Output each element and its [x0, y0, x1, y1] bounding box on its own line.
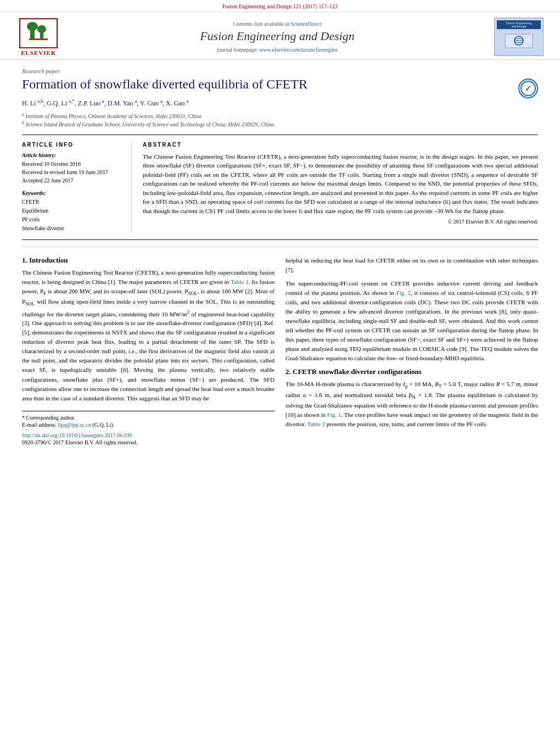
table1-link[interactable]: Table 1: [231, 278, 249, 285]
affiliation-a: a Institute of Plasma Physics, Chinese A…: [22, 112, 538, 119]
section2-heading: 2. CFETR snowflake divertor configuratio…: [285, 367, 538, 376]
sciencedirect-link[interactable]: ScienceDirect: [290, 21, 321, 27]
footnote-issn: 0920-3796/© 2017 Elsevier B.V. All right…: [22, 439, 275, 445]
paper-type-label: Research paper: [22, 68, 538, 74]
header-center: Contents lists available at ScienceDirec…: [60, 21, 494, 53]
svg-point-1: [27, 22, 38, 31]
table2-link[interactable]: Table 2: [307, 421, 326, 427]
svg-point-3: [37, 25, 46, 33]
title-row: Formation of snowflake diverted equilibr…: [22, 76, 538, 98]
divider: [22, 247, 538, 247]
keyword-3: PF coils: [22, 215, 124, 224]
copyright-line: © 2017 Elsevier B.V. All rights reserved…: [143, 219, 538, 225]
footnote-area: * Corresponding author. E-mail address: …: [22, 411, 275, 445]
article-history-label: Article history:: [22, 152, 124, 158]
body-left-col: 1. Introduction The Chinese Fusion Engin…: [22, 256, 275, 447]
journal-header-bar: Fusion Engineering and Design 121 (2017)…: [0, 0, 560, 12]
journal-logo-top: Fusion Engineeringand Design: [497, 20, 541, 29]
abstract-heading: ABSTRACT: [143, 142, 538, 148]
svg-rect-4: [29, 38, 48, 40]
homepage-link[interactable]: www.elsevier.com/locate/fusengdes: [259, 47, 338, 53]
keyword-2: Equilibrium: [22, 207, 124, 215]
intro-para-3: The superconducting-PF-coil system on CF…: [285, 279, 538, 363]
elsevier-text: ELSEVIER: [21, 49, 56, 56]
crossmark-svg: ✓: [520, 81, 536, 96]
elsevier-logo-box: [19, 18, 58, 48]
article-info-abstract: ARTICLE INFO Article history: Received 1…: [22, 135, 538, 240]
fig1-link[interactable]: Fig. 1: [327, 411, 341, 418]
section2-para-1: The 10-MA H-mode plasma is characterized…: [285, 380, 538, 429]
paper-title: Formation of snowflake diverted equilibr…: [22, 76, 307, 92]
intro-para-2: helpful in reducing the heat load for CF…: [285, 256, 538, 275]
journal-citation: Fusion Engineering and Design 121 (2017)…: [222, 3, 338, 9]
section1-number: 1.: [22, 256, 27, 264]
sciencedirect-prefix: Contents lists available at: [233, 21, 290, 27]
article-history-section: Article history: Received 10 October 201…: [22, 152, 124, 185]
svg-text:✓: ✓: [525, 84, 531, 93]
doi-link[interactable]: http://dx.doi.org/10.1016/j.fusengdes.20…: [22, 432, 132, 438]
abstract-text: The Chinese Fusion Engineering Test Reac…: [143, 152, 538, 216]
abstract-col: ABSTRACT The Chinese Fusion Engineering …: [143, 142, 538, 233]
revised-date: Received in revised form 19 June 2017: [22, 168, 124, 176]
journal-logo-right: Fusion Engineeringand Design: [494, 18, 544, 56]
content-area: Research paper Formation of snowflake di…: [0, 68, 560, 447]
body-right-col: helpful in reducing the heat load for CF…: [285, 256, 538, 447]
main-header: ELSEVIER Contents lists available at Sci…: [0, 12, 560, 60]
footnote-doi[interactable]: http://dx.doi.org/10.1016/j.fusengdes.20…: [22, 432, 275, 438]
section1-title: Introduction: [29, 256, 68, 264]
keyword-1: CFETR: [22, 198, 124, 207]
footnote-email: E-mail address: ligq@ipp.ac.cn (G.Q. Li)…: [22, 422, 275, 428]
body-area: 1. Introduction The Chinese Fusion Engin…: [22, 256, 538, 447]
article-info-col: ARTICLE INFO Article history: Received 1…: [22, 142, 132, 233]
affiliations: a Institute of Plasma Physics, Chinese A…: [22, 112, 538, 128]
article-info-heading: ARTICLE INFO: [22, 142, 124, 148]
accepted-date: Accepted 22 June 2017: [22, 176, 124, 185]
elsevier-tree-icon: [25, 22, 52, 44]
footnote-corresponding: * Corresponding author.: [22, 415, 275, 421]
email-suffix: (G.Q. Li).: [91, 422, 115, 428]
journal-logo-icon: [502, 31, 535, 51]
section1-heading: 1. Introduction: [22, 256, 275, 265]
fig2-link[interactable]: Fig. 2: [396, 289, 411, 296]
journal-title-main: Fusion Engineering and Design: [60, 29, 494, 43]
journal-logo-detail: [500, 29, 537, 54]
section2-number: 2.: [285, 367, 291, 376]
keyword-4: Snowflake divertor: [22, 224, 124, 233]
homepage-line: journal homepage: www.elsevier.com/locat…: [60, 47, 494, 53]
keywords-label: Keywords:: [22, 190, 124, 196]
sciencedirect-line: Contents lists available at ScienceDirec…: [60, 21, 494, 27]
keywords-section: Keywords: CFETR Equilibrium PF coils Sno…: [22, 190, 124, 233]
received-date: Received 10 October 2016: [22, 160, 124, 168]
section2-title: CFETR snowflake divertor configurations: [293, 367, 422, 376]
authors-line: H. Li a,b, G.Q. Li a,*, Z.P. Luo a, D.M.…: [22, 98, 538, 108]
homepage-prefix: journal homepage:: [217, 47, 259, 53]
email-label: E-mail address:: [22, 422, 58, 428]
elsevier-logo: ELSEVIER: [16, 18, 60, 56]
intro-para-1: The Chinese Fusion Engineering Test Reac…: [22, 268, 275, 403]
email-value[interactable]: ligq@ipp.ac.cn: [58, 422, 91, 428]
affiliation-b: b Science Island Branch of Graduate Scho…: [22, 120, 538, 127]
crossmark-icon[interactable]: ✓: [518, 79, 538, 98]
